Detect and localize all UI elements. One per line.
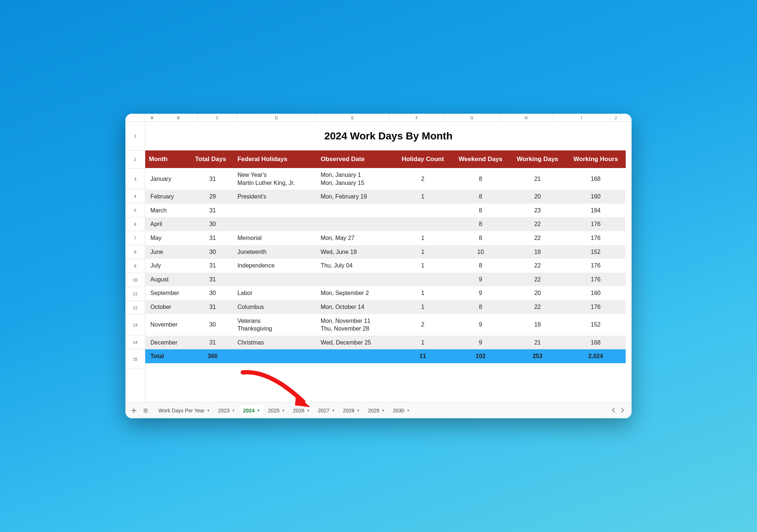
cell-total-hours[interactable]: 2,024 [566, 349, 626, 363]
cell-month[interactable]: February [145, 190, 191, 204]
column-head-B[interactable]: B [159, 114, 198, 121]
cell-observed-date[interactable]: Wed, June 19 [317, 245, 394, 259]
cell-total-days[interactable]: 30 [191, 286, 234, 300]
cell-federal-holidays[interactable]: Christmas [234, 336, 317, 350]
tab-scroll-left[interactable] [610, 406, 617, 415]
cell-federal-holidays[interactable] [234, 204, 317, 218]
cell-total-days[interactable]: 31 [191, 231, 234, 245]
cell-observed-date[interactable] [317, 273, 394, 287]
row-head-6[interactable]: 6 [125, 217, 145, 231]
cell-total-observed[interactable] [317, 349, 394, 363]
row-head-12[interactable]: 12 [125, 301, 145, 315]
cell-holiday-count[interactable] [394, 204, 451, 218]
cell-month[interactable]: October [145, 300, 191, 314]
cell-working-hours[interactable]: 152 [566, 314, 626, 336]
cell-month[interactable]: November [145, 314, 191, 336]
cell-observed-date[interactable] [317, 204, 394, 218]
column-head-F[interactable]: F [390, 114, 445, 121]
cell-working-hours[interactable]: 176 [566, 273, 626, 287]
table-row[interactable]: May31MemorialMon, May 271822176 [145, 231, 626, 245]
table-row[interactable]: October31ColumbusMon, October 141822176 [145, 300, 626, 314]
column-head-E[interactable]: E [316, 114, 390, 121]
cell-holiday-count[interactable]: 2 [394, 168, 451, 190]
cell-working-hours[interactable]: 184 [566, 204, 626, 218]
chevron-down-icon[interactable]: ▼ [307, 409, 310, 412]
cell-federal-holidays[interactable]: Veterans Thanksgiving [234, 314, 317, 336]
row-head-3[interactable]: 3 [125, 169, 145, 189]
cell-total-days[interactable]: 31 [191, 273, 234, 287]
cell-working-days[interactable]: 20 [509, 286, 566, 300]
cell-working-days[interactable]: 21 [509, 168, 566, 190]
sheet-tab-2025[interactable]: 2025▼ [264, 405, 289, 416]
select-all-corner[interactable] [125, 114, 145, 121]
cell-working-days[interactable]: 22 [509, 231, 566, 245]
chevron-down-icon[interactable]: ▼ [232, 409, 235, 412]
cell-weekend-days[interactable]: 8 [451, 259, 509, 273]
cell-weekend-days[interactable]: 8 [451, 231, 509, 245]
chevron-down-icon[interactable]: ▼ [332, 409, 335, 412]
row-head-15[interactable]: 15 [125, 349, 145, 369]
cell-total-days[interactable]: 30 [191, 245, 234, 259]
cell-weekend-days[interactable]: 9 [451, 336, 509, 350]
cell-working-hours[interactable]: 168 [566, 336, 626, 350]
chevron-down-icon[interactable]: ▼ [282, 409, 285, 412]
col-federal-holidays[interactable]: Federal Holidays [234, 150, 317, 168]
table-row[interactable]: August31922176 [145, 273, 626, 287]
cell-total-days[interactable]: 31 [191, 204, 234, 218]
table-row[interactable]: November30Veterans ThanksgivingMon, Nove… [145, 314, 626, 336]
sheet-tab-2026[interactable]: 2026▼ [289, 405, 314, 416]
column-head-A[interactable]: A [145, 114, 159, 121]
cell-observed-date[interactable]: Mon, February 19 [317, 190, 394, 204]
cell-working-days[interactable]: 20 [509, 190, 566, 204]
cell-month[interactable]: May [145, 231, 191, 245]
cell-working-days[interactable]: 23 [509, 204, 566, 218]
cell-holiday-count[interactable]: 1 [394, 300, 451, 314]
cell-federal-holidays[interactable]: New Year's Martin Luther King, Jr. [234, 168, 317, 190]
column-head-H[interactable]: H [500, 114, 553, 121]
cell-weekend-days[interactable]: 8 [451, 190, 509, 204]
cell-total-days[interactable]: 30 [191, 217, 234, 231]
chevron-down-icon[interactable]: ▼ [257, 409, 260, 412]
cell-observed-date[interactable]: Mon, November 11 Thu, November 28 [317, 314, 394, 336]
cell-observed-date[interactable]: Mon, October 14 [317, 300, 394, 314]
row-head-14[interactable]: 14 [125, 335, 145, 349]
table-row[interactable]: March31823184 [145, 204, 626, 218]
sheet-tab-2024[interactable]: 2024▼ [239, 405, 264, 416]
cell-working-hours[interactable]: 152 [566, 245, 626, 259]
cell-total-days[interactable]: 30 [191, 314, 234, 336]
all-sheets-button[interactable] [140, 405, 151, 416]
cell-weekend-days[interactable]: 8 [451, 168, 509, 190]
cell-total-days[interactable]: 31 [191, 300, 234, 314]
column-head-I[interactable]: I [553, 114, 610, 121]
cell-federal-holidays[interactable]: President's [234, 190, 317, 204]
cell-working-days[interactable]: 22 [509, 273, 566, 287]
cell-month[interactable]: January [145, 168, 191, 190]
cell-weekend-days[interactable]: 8 [451, 300, 509, 314]
cell-federal-holidays[interactable]: Independence [234, 259, 317, 273]
column-head-C[interactable]: C [198, 114, 237, 121]
column-head-G[interactable]: G [445, 114, 500, 121]
chevron-down-icon[interactable]: ▼ [207, 409, 210, 412]
cell-observed-date[interactable]: Mon, September 2 [317, 286, 394, 300]
sheet-tab-2027[interactable]: 2027▼ [314, 405, 339, 416]
cell-observed-date[interactable]: Mon, January 1 Mon, January 15 [317, 168, 394, 190]
row-head-1[interactable]: 1 [125, 122, 145, 150]
cell-holiday-count[interactable]: 1 [394, 190, 451, 204]
cell-month[interactable]: July [145, 259, 191, 273]
cell-total-days[interactable]: 31 [191, 259, 234, 273]
col-total-days[interactable]: Total Days [191, 150, 234, 168]
cell-working-days[interactable]: 22 [509, 259, 566, 273]
cell-working-days[interactable]: 21 [509, 336, 566, 350]
sheet-tab-2030[interactable]: 2030▼ [389, 405, 413, 416]
cell-holiday-count[interactable]: 1 [394, 231, 451, 245]
table-row[interactable]: April30822176 [145, 217, 626, 231]
cell-weekend-days[interactable]: 9 [451, 286, 509, 300]
cell-working-days[interactable]: 22 [509, 217, 566, 231]
col-observed-date[interactable]: Observed Date [317, 150, 394, 168]
cell-working-days[interactable]: 19 [509, 314, 566, 336]
cell-month[interactable]: September [145, 286, 191, 300]
cell-holiday-count[interactable]: 1 [394, 336, 451, 350]
add-sheet-button[interactable] [128, 405, 139, 416]
cell-working-hours[interactable]: 168 [566, 168, 626, 190]
row-head-13[interactable]: 13 [125, 315, 145, 335]
